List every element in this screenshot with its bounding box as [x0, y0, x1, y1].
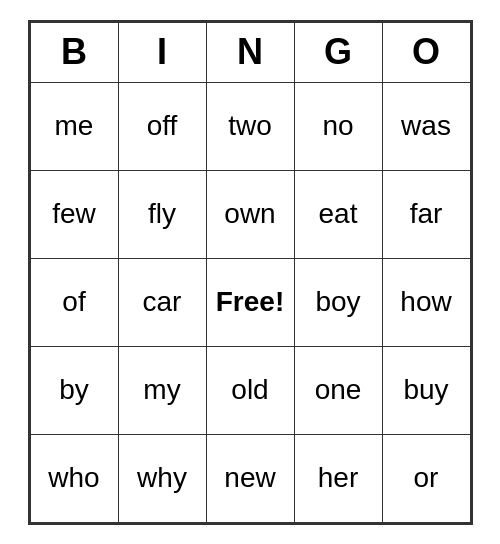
cell-r1c1: me	[30, 82, 118, 170]
cell-r3c1: of	[30, 258, 118, 346]
cell-r4c4: one	[294, 346, 382, 434]
table-row: by my old one buy	[30, 346, 470, 434]
cell-r3c2: car	[118, 258, 206, 346]
header-b: B	[30, 22, 118, 82]
cell-r1c5: was	[382, 82, 470, 170]
cell-r5c3: new	[206, 434, 294, 522]
header-i: I	[118, 22, 206, 82]
cell-r1c4: no	[294, 82, 382, 170]
cell-r3c5: how	[382, 258, 470, 346]
cell-r2c3: own	[206, 170, 294, 258]
table-row: who why new her or	[30, 434, 470, 522]
cell-r4c3: old	[206, 346, 294, 434]
header-g: G	[294, 22, 382, 82]
cell-r2c4: eat	[294, 170, 382, 258]
cell-r2c5: far	[382, 170, 470, 258]
table-row: few fly own eat far	[30, 170, 470, 258]
header-row: B I N G O	[30, 22, 470, 82]
cell-r4c1: by	[30, 346, 118, 434]
bingo-table: B I N G O me off two no was few fly own …	[30, 22, 471, 523]
header-o: O	[382, 22, 470, 82]
cell-r3c4: boy	[294, 258, 382, 346]
bingo-card: B I N G O me off two no was few fly own …	[28, 20, 473, 525]
cell-r2c2: fly	[118, 170, 206, 258]
cell-r5c1: who	[30, 434, 118, 522]
table-row: of car Free! boy how	[30, 258, 470, 346]
cell-r5c5: or	[382, 434, 470, 522]
header-n: N	[206, 22, 294, 82]
table-row: me off two no was	[30, 82, 470, 170]
cell-r4c5: buy	[382, 346, 470, 434]
cell-r2c1: few	[30, 170, 118, 258]
cell-r1c3: two	[206, 82, 294, 170]
cell-r1c2: off	[118, 82, 206, 170]
cell-r5c2: why	[118, 434, 206, 522]
cell-r3c3-free: Free!	[206, 258, 294, 346]
cell-r4c2: my	[118, 346, 206, 434]
cell-r5c4: her	[294, 434, 382, 522]
